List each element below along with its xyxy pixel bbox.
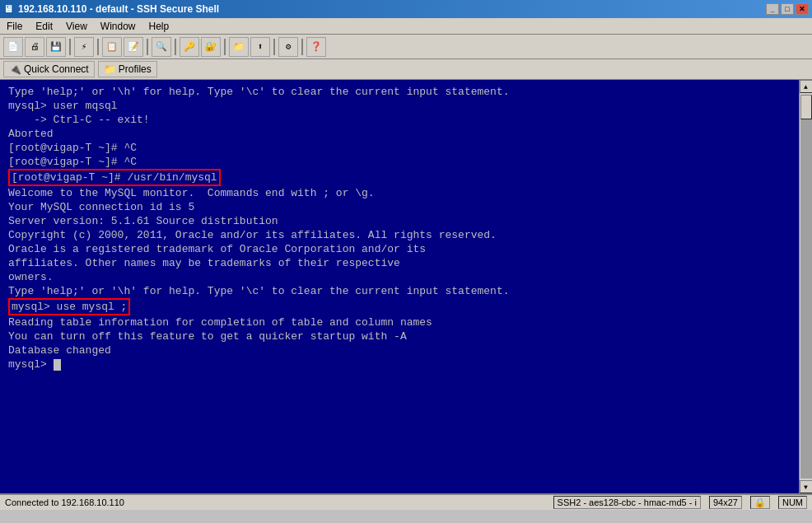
print-button[interactable]: 🖨 bbox=[25, 37, 44, 57]
maximize-button[interactable]: □ bbox=[781, 3, 794, 15]
terminal-line: Server version: 5.1.61 Source distributi… bbox=[8, 214, 796, 228]
titlebar-text: 192.168.10.110 - default - SSH Secure Sh… bbox=[18, 3, 219, 15]
status-size: 94x27 bbox=[709, 496, 742, 509]
titlebar-icon: 🖥 bbox=[3, 3, 13, 15]
profiles-label: Profiles bbox=[119, 63, 152, 75]
terminal-line: Your MySQL connection id is 5 bbox=[8, 200, 796, 214]
minimize-button[interactable]: _ bbox=[766, 3, 779, 15]
sep5 bbox=[224, 39, 226, 55]
quick-connect-icon: 🔌 bbox=[9, 63, 21, 75]
save-button[interactable]: 💾 bbox=[46, 37, 66, 57]
titlebar: 🖥 192.168.10.110 - default - SSH Secure … bbox=[0, 0, 812, 18]
toolbar-area: File Edit View Window Help 📄 🖨 💾 ⚡ 📋 📝 🔍… bbox=[0, 18, 812, 80]
settings-button[interactable]: ⚙ bbox=[278, 37, 298, 57]
terminal[interactable]: Type 'help;' or '\h' for help. Type '\c'… bbox=[0, 80, 812, 493]
new-button[interactable]: 📄 bbox=[3, 37, 23, 57]
auth-button[interactable]: 🔐 bbox=[201, 37, 221, 57]
menu-help[interactable]: Help bbox=[142, 18, 176, 34]
menu-edit[interactable]: Edit bbox=[29, 18, 59, 34]
terminal-line: mysql> use mysql ; bbox=[8, 298, 796, 315]
titlebar-title: 🖥 192.168.10.110 - default - SSH Secure … bbox=[3, 3, 219, 15]
profiles-button[interactable]: 📁 Profiles bbox=[98, 61, 157, 77]
statusbar-right: SSH2 - aes128-cbc - hmac-md5 - i 94x27 🔒… bbox=[553, 496, 807, 509]
terminal-wrapper: Type 'help;' or '\h' for help. Type '\c'… bbox=[0, 80, 812, 493]
upload-button[interactable]: ⬆ bbox=[250, 37, 270, 57]
quickbar: 🔌 Quick Connect 📁 Profiles bbox=[0, 59, 812, 79]
sep1 bbox=[69, 39, 71, 55]
menu-window[interactable]: Window bbox=[94, 18, 142, 34]
scroll-thumb[interactable] bbox=[800, 95, 812, 119]
status-connected: Connected to 192.168.10.110 bbox=[5, 497, 124, 507]
terminal-line: Database changed bbox=[8, 343, 796, 357]
find-button[interactable]: 🔍 bbox=[152, 37, 171, 57]
quick-connect-button[interactable]: 🔌 Quick Connect bbox=[3, 61, 95, 77]
terminal-line: affiliates. Other names may be trademark… bbox=[8, 256, 796, 270]
scroll-track[interactable] bbox=[800, 95, 812, 479]
sep2 bbox=[97, 39, 99, 55]
terminal-line: mysql> user mqsql bbox=[8, 99, 796, 113]
menubar: File Edit View Window Help bbox=[0, 18, 812, 35]
terminal-line: -> Ctrl-C -- exit! bbox=[8, 113, 796, 127]
key-button[interactable]: 🔑 bbox=[180, 37, 199, 57]
sep3 bbox=[147, 39, 148, 55]
help-button[interactable]: ❓ bbox=[306, 37, 326, 57]
terminal-line: Reading table information for completion… bbox=[8, 315, 796, 329]
status-icon1: 🔒 bbox=[750, 496, 770, 509]
terminal-line: You can turn off this feature to get a q… bbox=[8, 329, 796, 343]
connect-button[interactable]: ⚡ bbox=[74, 37, 94, 57]
sep6 bbox=[273, 39, 275, 55]
scrollbar[interactable]: ▲ ▼ bbox=[799, 80, 812, 493]
terminal-line: Type 'help;' or '\h' for help. Type '\c'… bbox=[8, 284, 796, 298]
menu-file[interactable]: File bbox=[0, 18, 29, 34]
paste-button[interactable]: 📝 bbox=[124, 37, 143, 57]
scroll-down-button[interactable]: ▼ bbox=[800, 480, 813, 493]
status-num: NUM bbox=[778, 496, 807, 509]
terminal-line: owners. bbox=[8, 270, 796, 284]
quick-connect-label: Quick Connect bbox=[24, 63, 89, 75]
terminal-line: [root@vigap-T ~]# /usr/bin/mysql bbox=[8, 169, 796, 186]
terminal-line: Aborted bbox=[8, 127, 796, 141]
toolbar: 📄 🖨 💾 ⚡ 📋 📝 🔍 🔑 🔐 📁 ⬆ ⚙ ❓ bbox=[0, 35, 812, 59]
statusbar: Connected to 192.168.10.110 SSH2 - aes12… bbox=[0, 493, 812, 510]
close-button[interactable]: ✕ bbox=[796, 3, 809, 15]
sep4 bbox=[175, 39, 176, 55]
sep7 bbox=[301, 39, 303, 55]
menu-view[interactable]: View bbox=[59, 18, 94, 34]
terminal-line: Oracle is a registered trademark of Orac… bbox=[8, 242, 796, 256]
terminal-line: Type 'help;' or '\h' for help. Type '\c'… bbox=[8, 85, 796, 99]
sftp-button[interactable]: 📁 bbox=[229, 37, 249, 57]
titlebar-controls: _ □ ✕ bbox=[766, 3, 809, 15]
terminal-line: [root@vigap-T ~]# ^C bbox=[8, 155, 796, 169]
terminal-line: [root@vigap-T ~]# ^C bbox=[8, 141, 796, 155]
scroll-up-button[interactable]: ▲ bbox=[800, 80, 813, 93]
status-encryption: SSH2 - aes128-cbc - hmac-md5 - i bbox=[553, 496, 701, 509]
terminal-line: mysql> bbox=[8, 357, 796, 371]
copy-button[interactable]: 📋 bbox=[102, 37, 122, 57]
terminal-line: Welcome to the MySQL monitor. Commands e… bbox=[8, 186, 796, 200]
terminal-line: Copyright (c) 2000, 2011, Oracle and/or … bbox=[8, 228, 796, 242]
profiles-icon: 📁 bbox=[104, 63, 116, 75]
